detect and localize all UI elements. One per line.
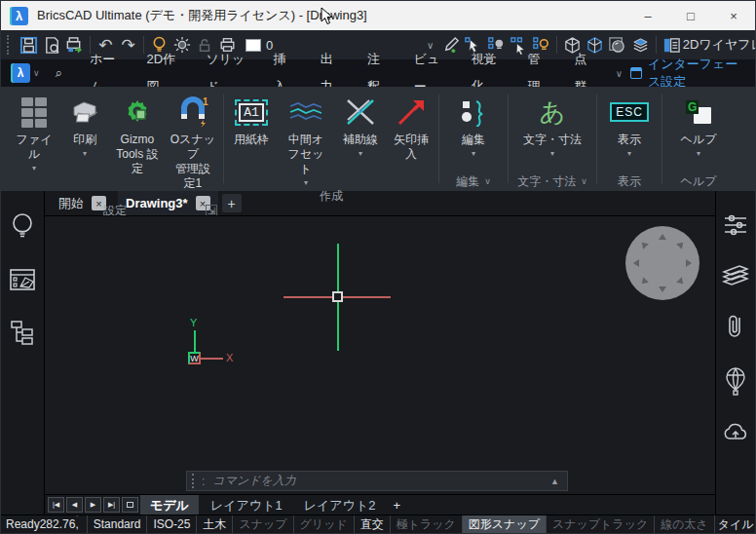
- mid-offset-button[interactable]: 中間オフセット ▾: [277, 93, 335, 188]
- paper-frame-button[interactable]: A1 用紙枠: [226, 93, 277, 159]
- group-footer-edit[interactable]: 編集 ∨: [441, 172, 506, 191]
- interface-settings-button[interactable]: インターフェース設定: [630, 56, 755, 91]
- window-title: BricsCAD Ultimate (デモ・開発用ライセンス) - [Drawi…: [37, 7, 367, 24]
- interface-settings-label: インターフェース設定: [648, 56, 745, 91]
- command-bar[interactable]: : コマンドを入力 ▲: [186, 471, 568, 491]
- help-panel-icon: G: [686, 100, 711, 124]
- status-lineweight[interactable]: 線の太さ: [654, 515, 714, 534]
- toolbar-grip[interactable]: [7, 35, 14, 55]
- status-doboku[interactable]: 土木: [196, 515, 232, 534]
- print-button[interactable]: 印刷 ▾: [59, 93, 110, 159]
- command-input[interactable]: コマンドを入力: [212, 473, 295, 489]
- group-footer-textdim[interactable]: 文字・寸法 ∨: [510, 172, 594, 191]
- render-sphere-icon[interactable]: [606, 33, 628, 57]
- construction-line-button[interactable]: 補助線 ▾: [335, 93, 386, 159]
- structure-tree-icon[interactable]: [9, 320, 36, 345]
- esc-key-icon: ESC: [610, 102, 649, 122]
- file-grid-icon: [21, 95, 47, 130]
- status-snap-tracking[interactable]: スナップトラック: [546, 515, 654, 534]
- minimize-button[interactable]: –: [626, 1, 669, 30]
- tab-layout2[interactable]: レイアウト2: [294, 495, 386, 515]
- collapse-arrow-icon[interactable]: ▲: [550, 477, 559, 486]
- drawing-explorer-icon[interactable]: [9, 267, 36, 294]
- ribbon-group-create: A1 用紙枠 中間オフセット ▾ 補助線 ▾: [226, 87, 436, 191]
- group-separator: [596, 95, 597, 183]
- ribbon-group-help: G ヘルプ ▾ ヘルプ: [664, 87, 733, 191]
- dropdown-caret-icon: ▾: [32, 164, 36, 172]
- attachments-paperclip-icon[interactable]: [726, 312, 745, 341]
- hot-air-balloon-icon[interactable]: [724, 366, 747, 396]
- chevron-down-icon: ∨: [581, 176, 587, 186]
- last-layout-button[interactable]: ▶|: [103, 497, 120, 513]
- status-iso25[interactable]: ISO-25: [146, 515, 196, 534]
- status-ortho[interactable]: 直交: [354, 515, 390, 534]
- dropdown-caret-icon: ▾: [472, 149, 475, 157]
- status-polar-tracking[interactable]: 極トラック: [390, 515, 462, 534]
- printer-3d-icon: [68, 95, 101, 130]
- ribbon-group-display: ESC 表示 ▾ 表示: [599, 87, 660, 191]
- group-separator: [508, 95, 509, 183]
- navigation-wheel[interactable]: [624, 225, 700, 301]
- edit-button[interactable]: 編集 ▾: [448, 93, 499, 159]
- file-button[interactable]: ファイル ▾: [9, 93, 59, 173]
- toolbar-separator: [656, 36, 657, 54]
- app-menu-chevron-icon: ∨: [33, 68, 40, 78]
- group-separator: [438, 95, 439, 183]
- dropdown-caret-icon: ▾: [83, 149, 87, 157]
- maximize-button[interactable]: □: [669, 1, 712, 30]
- edit-shapes-icon: [459, 95, 488, 130]
- gear-icon: [122, 95, 153, 130]
- text-dim-button[interactable]: あ 文字・寸法 ▾: [517, 93, 587, 159]
- ucs-x-label: X: [226, 352, 233, 363]
- group-footer-help: ヘルプ: [664, 172, 733, 191]
- ucs-origin-icon: W: [188, 352, 201, 364]
- status-grid[interactable]: グリッド: [293, 515, 354, 534]
- svg-text:1: 1: [203, 96, 208, 107]
- command-bar-grip[interactable]: [192, 474, 198, 488]
- print-preview-icon[interactable]: [41, 33, 63, 57]
- help-button[interactable]: G ヘルプ ▾: [673, 93, 724, 159]
- titlebar: λ BricsCAD Ultimate (デモ・開発用ライセンス) - [Dra…: [1, 1, 755, 30]
- layout-list-icon[interactable]: [122, 497, 138, 513]
- red-arrow-icon: [396, 95, 427, 130]
- prev-layout-button[interactable]: ◀: [66, 497, 83, 513]
- next-layout-button[interactable]: ▶: [85, 497, 101, 513]
- tab-overflow-chevron-icon[interactable]: ∨: [608, 68, 630, 79]
- ucs-x-axis: [201, 358, 223, 360]
- group-separator: [662, 95, 662, 183]
- layered-cube-icon[interactable]: [629, 33, 652, 57]
- save-icon[interactable]: [18, 33, 40, 57]
- close-button[interactable]: ×: [712, 1, 755, 30]
- chevron-down-icon: ∨: [484, 176, 491, 186]
- gizmo-tools-settings-button[interactable]: Gizmo Tools 設定: [110, 93, 165, 188]
- ribbon-group-settings: ファイル ▾ 印刷 ▾ Gizmo Tools 設定: [9, 87, 221, 191]
- cloud-upload-icon[interactable]: [722, 421, 749, 442]
- first-layout-button[interactable]: |◀: [48, 497, 64, 513]
- dropdown-caret-icon: ▾: [304, 178, 308, 186]
- app-menu-button[interactable]: λ: [11, 63, 30, 83]
- ribbon-group-textdim: あ 文字・寸法 ▾ 文字・寸法 ∨: [510, 87, 594, 191]
- status-standard[interactable]: Standard: [87, 515, 147, 534]
- ribbon-group-edit: 編集 ▾ 編集 ∨: [441, 87, 506, 191]
- magnet-icon: 1: [176, 95, 209, 130]
- view-style-value[interactable]: 2Dワイヤフレ: [683, 36, 755, 54]
- a1-frame-icon: A1: [239, 95, 264, 130]
- display-button[interactable]: ESC 表示 ▾: [604, 93, 655, 159]
- status-snap[interactable]: スナップ: [232, 515, 292, 534]
- properties-panel-icon[interactable]: [661, 33, 683, 57]
- tab-layout1[interactable]: レイアウト1: [201, 495, 292, 515]
- status-coordinates: 593.42, 282.76, 0: [40, 515, 87, 533]
- status-entity-snap[interactable]: 図形スナップ: [462, 515, 546, 534]
- insert-arrow-button[interactable]: 矢印挿入: [386, 93, 436, 173]
- settings-sliders-icon[interactable]: [723, 212, 748, 238]
- tab-model[interactable]: モデル: [140, 495, 199, 515]
- group-footer-display: 表示: [599, 172, 660, 191]
- search-icon[interactable]: ⌕: [56, 65, 62, 81]
- status-tile[interactable]: タイル: [714, 515, 755, 534]
- group-footer-create: 作成: [226, 188, 436, 205]
- add-layout-button[interactable]: +: [387, 498, 406, 513]
- document-area: 開始 × Drawing3* × + Y W X: [45, 191, 715, 515]
- osnap-settings-button[interactable]: 1 Oスナップ 管理設定1 ▾: [165, 93, 221, 203]
- layers-icon[interactable]: [722, 263, 749, 286]
- drawing-canvas[interactable]: Y W X: [45, 215, 715, 494]
